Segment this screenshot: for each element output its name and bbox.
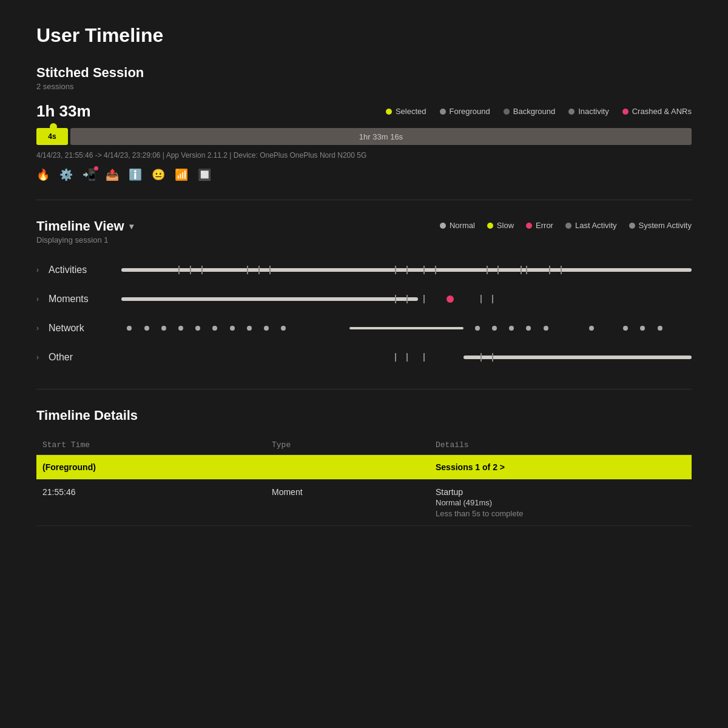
activities-track — [121, 266, 692, 274]
legend-system-activity: System Activity — [629, 221, 692, 230]
tick — [269, 266, 271, 274]
slow-dot — [487, 223, 493, 229]
system-activity-dot — [629, 223, 635, 229]
tick — [492, 353, 493, 362]
tick — [497, 266, 499, 274]
highlight-row[interactable]: (Foreground) Sessions 1 of 2 > — [36, 455, 692, 480]
session-section: Stitched Session 2 sessions 1h 33m Selec… — [36, 65, 692, 181]
legend-slow-label: Slow — [497, 221, 514, 230]
moments-track — [121, 295, 692, 303]
tick — [406, 295, 408, 303]
transfer-icon: 📤 — [106, 168, 119, 181]
moments-expand-icon[interactable]: › — [36, 295, 49, 303]
legend-system-activity-label: System Activity — [639, 221, 692, 230]
timeline-legend: Normal Slow Error Last Activity System A… — [440, 218, 692, 230]
net-dot — [509, 326, 514, 331]
timeline-rows: › Activities — [36, 257, 692, 371]
legend-foreground: Foreground — [440, 107, 490, 116]
legend-selected-label: Selected — [396, 107, 426, 116]
network-bar-mid — [349, 327, 463, 329]
other-label: Other — [49, 352, 121, 363]
activities-expand-icon[interactable]: › — [36, 266, 49, 274]
net-dot — [178, 326, 183, 331]
selected-dot — [386, 109, 392, 115]
tick — [487, 266, 488, 274]
tick — [190, 266, 191, 274]
chip-icon: 🔲 — [198, 168, 211, 181]
detail-sub1: Normal (491ms) — [436, 498, 686, 507]
net-dot — [230, 326, 235, 331]
net-dot — [589, 326, 594, 331]
net-dot — [212, 326, 217, 331]
tick — [521, 266, 522, 274]
legend-slow: Slow — [487, 221, 514, 230]
sessions-count: 2 sessions — [36, 82, 692, 91]
legend-foreground-label: Foreground — [450, 107, 490, 116]
highlight-start-time: (Foreground) — [36, 455, 266, 480]
error-dot — [526, 223, 532, 229]
tick — [258, 266, 260, 274]
background-dot — [504, 109, 510, 115]
tick — [395, 295, 396, 303]
inactivity-dot — [568, 109, 575, 115]
section-title: Stitched Session — [36, 65, 692, 81]
tick — [435, 266, 436, 274]
net-dot — [640, 326, 645, 331]
highlight-type — [266, 455, 430, 480]
other-expand-icon[interactable]: › — [36, 353, 49, 362]
legend-selected: Selected — [386, 107, 426, 116]
detail-type: Moment — [266, 480, 430, 526]
tick — [492, 295, 493, 303]
legend-normal-label: Normal — [450, 221, 475, 230]
moments-label: Moments — [49, 294, 121, 305]
page-title: User Timeline — [36, 24, 692, 47]
other-track — [121, 353, 692, 362]
tick — [480, 353, 482, 362]
highlight-details: Sessions 1 of 2 > — [430, 455, 692, 480]
details-title: Timeline Details — [36, 408, 692, 423]
net-dot — [475, 326, 480, 331]
tick — [480, 295, 482, 303]
net-dot — [264, 326, 269, 331]
net-dot — [492, 326, 497, 331]
moments-row[interactable]: › Moments — [36, 286, 692, 312]
sessions-link[interactable]: Sessions 1 of 2 > — [436, 462, 686, 472]
col-details: Details — [430, 436, 692, 455]
legend-inactivity: Inactivity — [568, 107, 609, 116]
timeline-details-section: Timeline Details Start Time Type Details… — [36, 408, 692, 526]
tick — [561, 266, 562, 274]
tick — [406, 266, 408, 274]
tick — [247, 266, 248, 274]
net-dot — [144, 326, 149, 331]
legend-crashed: Crashed & ANRs — [622, 107, 692, 116]
session-icons-row: 🔥 ⚙️ 📲 📤 ℹ️ 😐 📶 🔲 — [36, 168, 692, 181]
session-timeline-bar[interactable]: 4s 1hr 33m 16s — [36, 128, 692, 145]
detail-title: Startup — [436, 487, 686, 497]
activities-row[interactable]: › Activities — [36, 257, 692, 283]
detail-detail: Startup Normal (491ms) Less than 5s to c… — [430, 480, 692, 526]
other-row[interactable]: › Other — [36, 344, 692, 371]
col-type: Type — [266, 436, 430, 455]
col-start-time: Start Time — [36, 436, 266, 455]
emoji-icon: 😐 — [152, 168, 165, 181]
net-dot — [195, 326, 200, 331]
tick — [395, 266, 396, 274]
table-header-row: Start Time Type Details — [36, 436, 692, 455]
duration-label: 1h 33m — [36, 102, 91, 121]
detail-start-time: 21:55:46 — [36, 480, 266, 526]
timeline-view-title[interactable]: Timeline View ▾ — [36, 218, 133, 234]
tick — [178, 266, 180, 274]
legend-crashed-label: Crashed & ANRs — [632, 107, 692, 116]
tick — [423, 353, 425, 362]
details-table: Start Time Type Details (Foreground) Ses… — [36, 436, 692, 526]
activities-label: Activities — [49, 265, 121, 275]
network-row[interactable]: › Network — [36, 315, 692, 342]
legend-background: Background — [504, 107, 555, 116]
network-expand-icon[interactable]: › — [36, 324, 49, 332]
timeline-view-sublabel: Displaying session 1 — [36, 235, 133, 244]
net-dot — [526, 326, 531, 331]
net-dot — [281, 326, 286, 331]
foreground-dot — [440, 109, 446, 115]
cpu-icon: ⚙️ — [59, 168, 73, 181]
timeline-view-section: Timeline View ▾ Displaying session 1 Nor… — [36, 218, 692, 371]
